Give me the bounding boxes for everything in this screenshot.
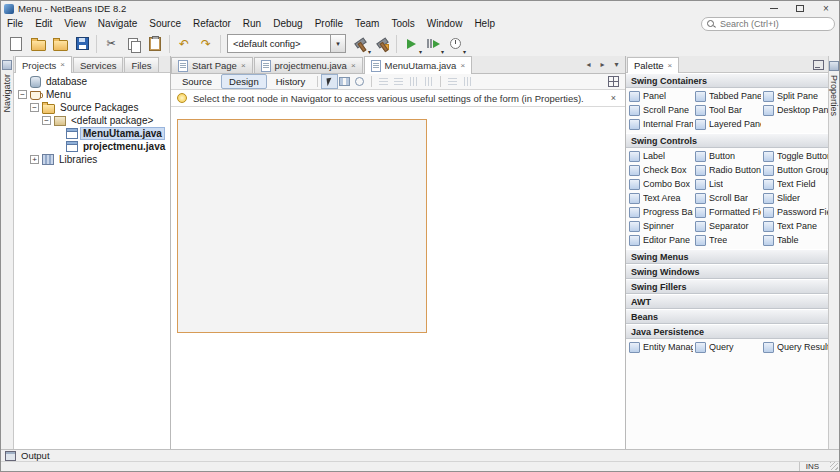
palette-item-label[interactable]: Label	[629, 149, 693, 163]
palette-item-text-pane[interactable]: Text Pane	[763, 219, 828, 233]
align-right-button[interactable]	[391, 75, 406, 88]
tree-node-source-packages[interactable]: −Source Packages	[14, 101, 170, 114]
tree-node-default-package[interactable]: −<default package>	[14, 114, 170, 127]
palette-section-awt[interactable]: AWT	[626, 294, 828, 309]
palette-section-swing-windows[interactable]: Swing Windows	[626, 264, 828, 279]
profile-project-button[interactable]: ▾	[444, 33, 466, 55]
preview-design-button[interactable]	[352, 75, 367, 88]
chevron-down-icon[interactable]: ▾	[330, 35, 345, 52]
menu-item-window[interactable]: Window	[421, 18, 469, 29]
editor-tab-projectmenu-java[interactable]: projectmenu.java×	[254, 57, 363, 73]
palette-section-swing-containers[interactable]: Swing Containers	[626, 73, 828, 88]
palette-item-list[interactable]: List	[695, 177, 761, 191]
clean-build-button[interactable]	[371, 33, 393, 55]
plus-handle-icon[interactable]: +	[30, 155, 39, 164]
close-icon[interactable]: ×	[351, 62, 356, 70]
save-all-button[interactable]	[71, 33, 93, 55]
resize-grip[interactable]	[830, 462, 838, 470]
palette-item-spinner[interactable]: Spinner	[629, 219, 693, 233]
paste-button[interactable]	[144, 33, 166, 55]
palette-item-panel[interactable]: Panel	[629, 89, 693, 103]
align-bottom-button[interactable]	[421, 75, 436, 88]
palette-item-button[interactable]: Button	[695, 149, 761, 163]
selection-mode-button[interactable]	[322, 75, 337, 88]
palette-section-java-persistence[interactable]: Java Persistence	[626, 324, 828, 339]
tree-node-menu[interactable]: −Menu	[14, 88, 170, 101]
scroll-right-icon[interactable]: ▸	[597, 58, 608, 70]
menu-item-source[interactable]: Source	[143, 18, 187, 29]
design-view-button[interactable]: Design	[221, 74, 267, 89]
palette-item-table[interactable]: Table	[763, 233, 828, 247]
align-left-button[interactable]	[376, 75, 391, 88]
menu-item-run[interactable]: Run	[237, 18, 267, 29]
palette-section-swing-controls[interactable]: Swing Controls	[626, 133, 828, 148]
menu-item-file[interactable]: File	[1, 18, 29, 29]
search-input[interactable]	[702, 19, 834, 29]
palette-item-button-group[interactable]: Button Group	[763, 163, 828, 177]
output-bar[interactable]: Output	[1, 449, 839, 461]
palette-item-separator[interactable]: Separator	[695, 219, 761, 233]
explorer-tab-projects[interactable]: Projects×	[15, 56, 72, 73]
tree-node-menuutama-java[interactable]: MenuUtama.java	[14, 127, 170, 140]
menu-item-edit[interactable]: Edit	[29, 18, 58, 29]
palette-item-scroll-bar[interactable]: Scroll Bar	[695, 191, 761, 205]
config-combobox[interactable]: <default config> ▾	[227, 34, 346, 53]
menu-item-help[interactable]: Help	[468, 18, 501, 29]
menu-item-tools[interactable]: Tools	[385, 18, 420, 29]
palette-item-entity-manager[interactable]: Entity Manager	[629, 340, 693, 354]
palette-item-desktop-pane[interactable]: Desktop Pane	[763, 103, 828, 117]
quick-search[interactable]	[701, 17, 835, 31]
redo-button[interactable]: ↷	[195, 33, 217, 55]
tab-list-dropdown-icon[interactable]: ▾	[611, 58, 622, 70]
menu-item-profile[interactable]: Profile	[309, 18, 349, 29]
align-top-button[interactable]	[406, 75, 421, 88]
palette-item-radio-button[interactable]: Radio Button	[695, 163, 761, 177]
palette-section-swing-fillers[interactable]: Swing Fillers	[626, 279, 828, 294]
cut-button[interactable]: ✂	[100, 33, 122, 55]
minimize-button[interactable]	[761, 1, 787, 16]
new-file-button[interactable]	[5, 33, 27, 55]
menu-item-view[interactable]: View	[58, 18, 92, 29]
palette-item-toggle-button[interactable]: Toggle Button	[763, 149, 828, 163]
palette-item-combo-box[interactable]: Combo Box	[629, 177, 693, 191]
copy-button[interactable]	[122, 33, 144, 55]
design-surface[interactable]	[171, 107, 625, 449]
close-icon[interactable]: ×	[60, 61, 65, 69]
menu-item-team[interactable]: Team	[349, 18, 385, 29]
history-view-button[interactable]: History	[268, 74, 314, 89]
minimize-window-icon[interactable]	[813, 60, 824, 70]
palette-item-formatted-field[interactable]: Formatted Field	[695, 205, 761, 219]
palette-item-check-box[interactable]: Check Box	[629, 163, 693, 177]
build-project-button[interactable]: ▾	[349, 33, 371, 55]
debug-project-button[interactable]: ▾	[422, 33, 444, 55]
palette-item-query-result[interactable]: Query Result	[763, 340, 828, 354]
menu-item-debug[interactable]: Debug	[267, 18, 308, 29]
grid-toggle-button[interactable]	[608, 76, 619, 87]
navigator-strip[interactable]: Navigator	[1, 56, 14, 449]
palette-item-slider[interactable]: Slider	[763, 191, 828, 205]
close-icon[interactable]: ×	[460, 62, 465, 70]
maximize-button[interactable]	[787, 1, 813, 16]
minus-handle-icon[interactable]: −	[18, 90, 27, 99]
open-project-button[interactable]	[49, 33, 71, 55]
connection-mode-button[interactable]	[337, 75, 352, 88]
palette-item-text-field[interactable]: Text Field	[763, 177, 828, 191]
palette-item-text-area[interactable]: Text Area	[629, 191, 693, 205]
tree-node-projectmenu-java[interactable]: projectmenu.java	[14, 140, 170, 153]
palette-item-editor-pane[interactable]: Editor Pane	[629, 233, 693, 247]
close-icon[interactable]: ×	[241, 62, 246, 70]
explorer-tab-services[interactable]: Services	[73, 57, 123, 72]
palette-item-tabbed-pane[interactable]: Tabbed Pane	[695, 89, 761, 103]
menu-item-refactor[interactable]: Refactor	[187, 18, 237, 29]
close-icon[interactable]: ×	[668, 62, 673, 70]
scroll-left-icon[interactable]: ◂	[583, 58, 594, 70]
same-size-vertical-button[interactable]	[460, 75, 475, 88]
palette-item-internal-frame[interactable]: Internal Frame	[629, 117, 693, 131]
tree-node-database[interactable]: database	[14, 75, 170, 88]
minus-handle-icon[interactable]: −	[30, 103, 39, 112]
palette-item-split-pane[interactable]: Split Pane	[763, 89, 828, 103]
minus-handle-icon[interactable]: −	[42, 116, 51, 125]
palette-item-tool-bar[interactable]: Tool Bar	[695, 103, 761, 117]
info-close-icon[interactable]: ×	[608, 93, 619, 103]
palette-section-swing-menus[interactable]: Swing Menus	[626, 249, 828, 264]
